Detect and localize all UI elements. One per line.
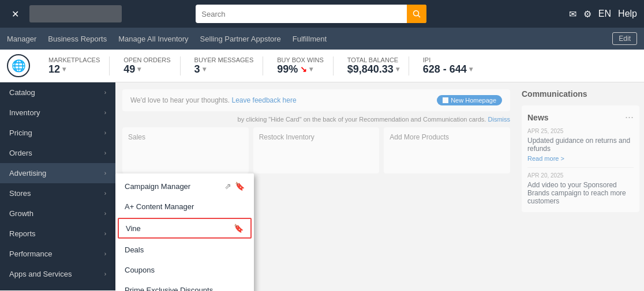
- news-date-2: APR 20, 2025: [527, 172, 634, 179]
- trend-down-icon: ↘: [300, 65, 307, 74]
- nav-link-fulfillment[interactable]: Fulfillment: [293, 35, 327, 43]
- sidebar-item-apps-services[interactable]: Apps and Services ›: [0, 264, 115, 284]
- bookmark-icon[interactable]: 🔖: [235, 182, 245, 191]
- nav-link-manager[interactable]: Manager: [7, 35, 36, 43]
- news-text-2: Add video to your Sponsored Brands campa…: [527, 181, 634, 205]
- nav-link-business-reports[interactable]: Business Reports: [48, 35, 107, 43]
- stat-buybox: BUY BOX WINS 99% ↘ ▾: [268, 56, 333, 75]
- buybox-arrow[interactable]: ▾: [309, 65, 313, 73]
- communications-header: Communications: [522, 87, 639, 101]
- stat-balance: TOTAL BALANCE $9,840.33 ▾: [338, 56, 409, 75]
- news-header: News ···: [527, 111, 634, 123]
- flyout-item-campaign-manager[interactable]: Campaign Manager ⇗ 🔖: [115, 176, 254, 196]
- sidebar-item-orders[interactable]: Orders ›: [0, 143, 115, 163]
- sidebar-arrow-performance: ›: [104, 251, 106, 257]
- sidebar-arrow-orders: ›: [104, 150, 106, 156]
- search-bar: [196, 5, 426, 23]
- ipi-arrow[interactable]: ▾: [469, 65, 473, 73]
- main-area: Catalog › Inventory › Pricing › Orders ›…: [0, 82, 644, 290]
- dismiss-link[interactable]: Dismiss: [488, 116, 511, 123]
- svg-line-1: [418, 16, 421, 18]
- sidebar-arrow-stores: ›: [104, 190, 106, 196]
- sidebar-arrow-advertising: ›: [104, 170, 106, 176]
- flyout-menu: Campaign Manager ⇗ 🔖 A+ Content Manager …: [115, 173, 254, 291]
- news-title: News: [527, 113, 549, 122]
- search-input[interactable]: [201, 10, 407, 18]
- card-restock: Restock Inventory: [253, 127, 380, 173]
- feedback-bar: We'd love to hear your thoughts. Leave f…: [122, 89, 510, 111]
- sidebar-item-advertising[interactable]: Advertising ›: [0, 163, 115, 183]
- nav-right-icons: ✉ ⚙ EN Help: [569, 9, 637, 20]
- nav-link-appstore[interactable]: Selling Partner Appstore: [200, 35, 281, 43]
- messages-arrow[interactable]: ▾: [203, 65, 206, 73]
- mail-icon[interactable]: ✉: [569, 9, 576, 20]
- news-separator: [527, 167, 634, 168]
- edit-button[interactable]: Edit: [612, 32, 637, 45]
- orders-arrow[interactable]: ▾: [137, 65, 141, 73]
- flyout-item-aplus[interactable]: A+ Content Manager: [115, 196, 254, 217]
- feedback-link[interactable]: Leave feedback here: [232, 96, 297, 104]
- toggle-circle: ●: [443, 97, 448, 103]
- sidebar-arrow-catalog: ›: [104, 89, 106, 96]
- help-link[interactable]: Help: [618, 9, 637, 19]
- news-date-1: APR 25, 2025: [527, 128, 634, 134]
- sidebar-item-b2b[interactable]: B2B ›: [0, 284, 115, 290]
- language-selector[interactable]: EN: [598, 9, 611, 19]
- stat-open-orders: OPEN ORDERS 49 ▾: [114, 56, 180, 75]
- dismiss-message: by clicking "Hide Card" on the back of y…: [122, 116, 510, 123]
- flyout-item-prime-discounts[interactable]: Prime Exclusive Discounts: [115, 280, 254, 291]
- sidebar-item-stores[interactable]: Stores ›: [0, 183, 115, 203]
- sidebar-arrow-reports: ›: [104, 230, 106, 237]
- stats-bar: 🌐 MARKETPLACES 12 ▾ OPEN ORDERS 49 ▾ BUY…: [0, 50, 644, 82]
- stat-buyer-messages: BUYER MESSAGES 3 ▾: [185, 56, 264, 75]
- globe-icon: 🌐: [7, 54, 30, 77]
- sidebar-item-pricing[interactable]: Pricing ›: [0, 123, 115, 143]
- sidebar-item-catalog[interactable]: Catalog ›: [0, 82, 115, 103]
- search-icon: [413, 10, 421, 18]
- search-button[interactable]: [407, 5, 426, 23]
- stat-ipi: IPI 628 - 644 ▾: [414, 56, 482, 75]
- sidebar-item-inventory[interactable]: Inventory ›: [0, 103, 115, 123]
- close-button[interactable]: ✕: [7, 6, 24, 22]
- vine-bookmark-icon[interactable]: 🔖: [234, 224, 244, 233]
- top-navigation: ✕ ✉ ⚙ EN Help: [0, 0, 644, 28]
- stat-marketplaces: MARKETPLACES 12 ▾: [39, 56, 110, 75]
- external-link-icon: ⇗: [224, 182, 231, 191]
- secondary-navigation: Manager Business Reports Manage All Inve…: [0, 28, 644, 50]
- sidebar-arrow-growth: ›: [104, 210, 106, 217]
- sidebar-item-performance[interactable]: Performance ›: [0, 244, 115, 264]
- new-homepage-toggle[interactable]: ● New Homepage: [437, 95, 502, 105]
- cards-row: Sales Restock Inventory Add More Product…: [122, 127, 510, 173]
- card-add-products: Add More Products: [384, 127, 510, 173]
- news-link-1[interactable]: Read more >: [527, 155, 564, 162]
- balance-arrow[interactable]: ▾: [396, 65, 399, 73]
- sidebar-arrow-inventory: ›: [104, 109, 106, 116]
- marketplaces-arrow[interactable]: ▾: [62, 65, 66, 73]
- flyout-item-deals[interactable]: Deals: [115, 240, 254, 260]
- svg-point-0: [414, 11, 419, 16]
- nav-link-manage-inventory[interactable]: Manage All Inventory: [118, 35, 188, 43]
- logo-area: [29, 5, 122, 22]
- news-text-1: Updated guidance on returns and refunds: [527, 137, 634, 153]
- sidebar-arrow-pricing: ›: [104, 130, 106, 136]
- right-panel: Communications News ··· APR 25, 2025 Upd…: [517, 82, 644, 290]
- sidebar-item-growth[interactable]: Growth ›: [0, 203, 115, 224]
- card-sales: Sales: [122, 127, 249, 173]
- flyout-item-vine[interactable]: Vine 🔖: [118, 218, 252, 239]
- news-menu-button[interactable]: ···: [625, 111, 634, 123]
- sidebar: Catalog › Inventory › Pricing › Orders ›…: [0, 82, 115, 290]
- news-card: News ··· APR 25, 2025 Updated guidance o…: [522, 105, 639, 212]
- sidebar-item-reports[interactable]: Reports ›: [0, 224, 115, 244]
- sidebar-arrow-apps: ›: [104, 271, 106, 277]
- settings-icon[interactable]: ⚙: [583, 9, 591, 20]
- flyout-item-coupons[interactable]: Coupons: [115, 260, 254, 280]
